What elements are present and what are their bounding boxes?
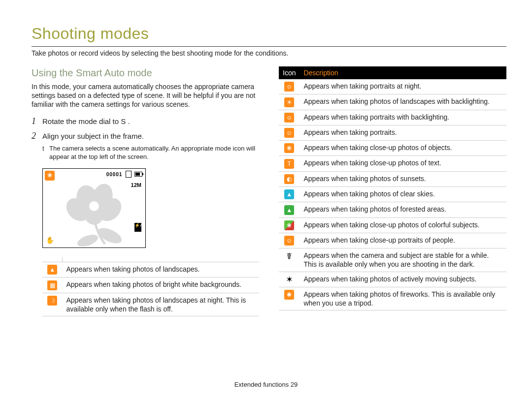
- mode-description: Appears when taking close-up photos of c…: [299, 217, 506, 233]
- table-row: ☽ Appears when taking photos of landscap…: [42, 293, 259, 316]
- page: Shooting modes Take photos or record vid…: [0, 0, 532, 401]
- action-icon: ✶: [286, 275, 293, 284]
- landscape-icon: ▲: [47, 265, 57, 275]
- tulip-icon: ❀: [47, 172, 52, 180]
- sunset-icon: ◐: [284, 174, 294, 184]
- macro-text-icon: T: [284, 159, 294, 169]
- forest-icon: ▲: [284, 205, 294, 215]
- camera-lcd-preview: ❀ 00001 12M ⚡A ✋: [42, 168, 146, 248]
- backlight-portrait-icon: ☺: [284, 113, 294, 123]
- page-subtitle: Take photos or record videos by selectin…: [32, 49, 506, 58]
- mode-description: Appears when taking photos of sunsets.: [299, 171, 506, 186]
- table-row: ☺Appears when taking portraits at night.: [279, 79, 506, 94]
- step-1: 1 Rotate the mode dial to S .: [32, 116, 259, 127]
- sub-text: The camera selects a scene automatically…: [49, 145, 259, 161]
- table-row: ☺Appears when taking portraits with back…: [279, 110, 506, 125]
- mode-description: Appears when taking photos of ﬁreworks. …: [299, 287, 506, 310]
- sub-bullet: t: [42, 145, 49, 161]
- step-2-sub: t The camera selects a scene automatical…: [42, 145, 259, 161]
- table-row: ▦ Appears when taking photos of bright w…: [42, 278, 259, 293]
- night-landscape-icon: ☽: [47, 296, 57, 306]
- left-mode-table: ▲ Appears when taking photos of landscap…: [42, 257, 259, 316]
- battery-icon: [134, 172, 142, 177]
- mode-description: Appears when taking photos of landscapes…: [299, 94, 506, 110]
- step-text: Rotate the mode dial to S .: [42, 116, 130, 127]
- backlight-landscape-icon: ☀: [284, 97, 294, 107]
- mode-description: Appears when taking photos of bright whi…: [63, 278, 260, 293]
- mode-description: Appears when taking close-up photos of o…: [299, 141, 506, 156]
- step-text: Align your subject in the frame.: [42, 130, 144, 142]
- table-header-row: Icon Description: [279, 66, 506, 79]
- night-portrait-icon: ☺: [284, 82, 294, 92]
- step-2: 2 Align your subject in the frame.: [32, 130, 259, 142]
- table-row: ▲Appears when taking photos of forested …: [279, 202, 506, 217]
- right-column: Icon Description ☺Appears when taking po…: [279, 66, 506, 316]
- flash-auto-icon: ⚡A: [134, 223, 141, 232]
- step-number: 1: [32, 116, 42, 127]
- table-row: ▲Appears when taking photos of clear ski…: [279, 187, 506, 202]
- mode-description: Appears when taking photos of landscapes…: [63, 293, 260, 316]
- table-row: ☺Appears when taking portraits.: [279, 125, 506, 140]
- title-rule: [32, 46, 506, 47]
- fireworks-icon: ✺: [284, 290, 294, 300]
- two-column-layout: Using the Smart Auto mode In this mode, …: [32, 66, 506, 316]
- svg-point-5: [89, 201, 99, 211]
- page-title: Shooting modes: [32, 24, 506, 44]
- table-row: ☀Appears when taking photos of landscape…: [279, 94, 506, 110]
- clear-sky-icon: ▲: [284, 189, 294, 199]
- lcd-top-right: 00001: [106, 171, 142, 178]
- mode-description: Appears when taking photos of actively m…: [299, 272, 506, 287]
- frame-counter: 00001: [106, 171, 123, 178]
- macro-color-icon: ❀: [284, 220, 294, 230]
- mode-description: Appears when taking photos of landscapes…: [63, 262, 260, 277]
- macro-portrait-icon: ☺: [284, 236, 294, 246]
- page-footer: Extended functions 29: [0, 381, 532, 389]
- mode-description: Appears when taking close-up photos of t…: [299, 156, 506, 171]
- mode-description: Appears when taking close-up portraits o…: [299, 233, 506, 248]
- step-number: 2: [32, 130, 42, 142]
- tripod-dark-icon: ☤: [286, 251, 292, 261]
- flower-silhouette: [61, 183, 134, 247]
- table-row: ☤Appears when the camera and subject are…: [279, 248, 506, 272]
- left-column: Using the Smart Auto mode In this mode, …: [32, 66, 259, 316]
- mode-badge-macro-icon: ❀: [45, 171, 55, 181]
- header-icon: Icon: [279, 66, 299, 79]
- anti-shake-icon: ✋: [46, 236, 54, 245]
- table-row: ◐Appears when taking photos of sunsets.: [279, 171, 506, 186]
- table-row: ✶Appears when taking photos of actively …: [279, 272, 506, 287]
- portrait-icon: ☺: [284, 128, 294, 138]
- svg-point-6: [96, 225, 124, 247]
- card-icon: [126, 171, 132, 178]
- header-description: Description: [299, 66, 506, 79]
- svg-point-7: [76, 232, 100, 247]
- right-mode-table: Icon Description ☺Appears when taking po…: [279, 66, 506, 311]
- table-row: ✺Appears when taking photos of ﬁreworks.…: [279, 287, 506, 310]
- white-bg-icon: ▦: [47, 280, 57, 290]
- mode-description: Appears when taking portraits with backl…: [299, 110, 506, 125]
- mode-description: Appears when taking photos of clear skie…: [299, 187, 506, 202]
- table-row: ❀Appears when taking close-up photos of …: [279, 141, 506, 156]
- table-row: ▲ Appears when taking photos of landscap…: [42, 262, 259, 277]
- mode-description: Appears when taking photos of forested a…: [299, 202, 506, 217]
- mode-description: Appears when taking portraits at night.: [299, 79, 506, 94]
- section-heading: Using the Smart Auto mode: [32, 66, 259, 79]
- table-row: ❀Appears when taking close-up photos of …: [279, 217, 506, 233]
- mode-description: Appears when the camera and subject are …: [299, 248, 506, 272]
- page-number: 29: [291, 381, 298, 388]
- macro-object-icon: ❀: [284, 143, 294, 153]
- footer-label: Extended functions: [234, 381, 289, 388]
- section-paragraph: In this mode, your camera automatically …: [32, 82, 259, 109]
- table-row: TAppears when taking close-up photos of …: [279, 156, 506, 171]
- table-row: ☺Appears when taking close-up portraits …: [279, 233, 506, 248]
- mode-description: Appears when taking portraits.: [299, 125, 506, 140]
